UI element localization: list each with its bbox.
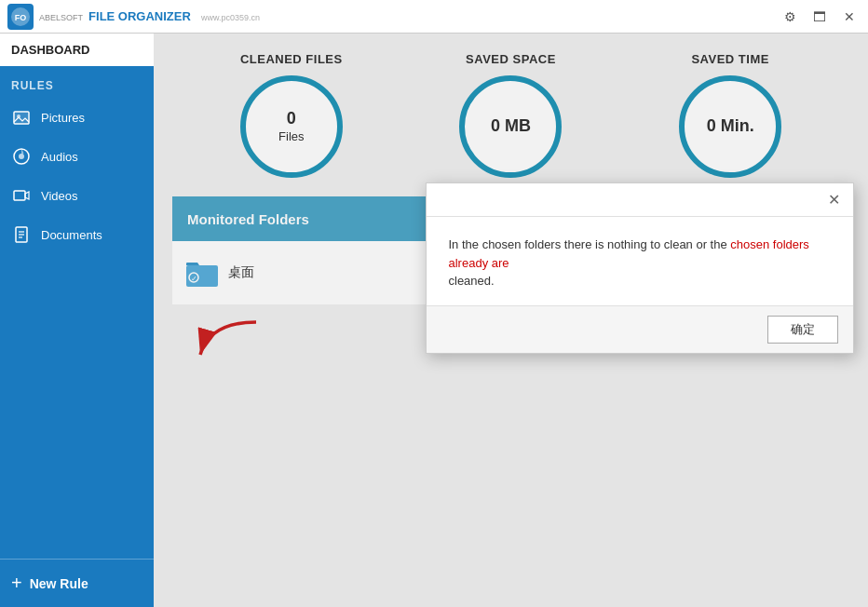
dialog-ok-button[interactable]: 确定	[767, 316, 838, 344]
sidebar-dashboard[interactable]: DASHBOARD	[0, 34, 154, 66]
title-bar-controls: ⚙ 🗖 ✕	[779, 6, 861, 28]
title-bar: FO ABELSOFT FILE ORGANIZER www.pc0359.cn…	[0, 0, 868, 34]
sidebar: DASHBOARD RULES Pictures A	[0, 34, 154, 607]
new-rule-button[interactable]: + New Rule	[0, 559, 154, 607]
dialog-message: In the chosen folders there is nothing t…	[449, 236, 831, 290]
svg-rect-3	[15, 113, 28, 123]
sidebar-rules-label: RULES	[0, 66, 154, 98]
new-rule-label: New Rule	[30, 576, 88, 591]
dialog-highlight: chosen folders already are	[449, 237, 809, 270]
main-layout: DASHBOARD RULES Pictures A	[0, 34, 868, 607]
documents-label: Documents	[41, 228, 102, 242]
sidebar-item-documents[interactable]: Documents	[0, 215, 154, 254]
content-area: CLEANED FILES 0 Files SAVED SPACE 0 MB S…	[154, 34, 868, 607]
sidebar-item-pictures[interactable]: Pictures	[0, 98, 154, 137]
dialog-overlay: ✕ In the chosen folders there is nothing…	[154, 34, 868, 607]
sidebar-item-videos[interactable]: Videos	[0, 176, 154, 215]
sidebar-item-audios[interactable]: Audios	[0, 137, 154, 176]
svg-point-6	[19, 154, 24, 159]
dialog-body: In the chosen folders there is nothing t…	[427, 217, 853, 305]
gear-button[interactable]: ⚙	[779, 6, 801, 28]
minimize-button[interactable]: 🗖	[808, 6, 831, 28]
app-title-text: ABELSOFT FILE ORGANIZER www.pc0359.cn	[39, 9, 260, 23]
svg-rect-7	[14, 191, 25, 200]
brand-name: ABELSOFT	[39, 13, 83, 22]
new-rule-plus-icon: +	[11, 573, 22, 594]
dialog-box: ✕ In the chosen folders there is nothing…	[426, 182, 854, 354]
pictures-label: Pictures	[41, 111, 85, 125]
dialog-close-button[interactable]: ✕	[822, 189, 846, 210]
close-button[interactable]: ✕	[838, 6, 861, 28]
documents-icon	[11, 224, 32, 245]
dialog-header: ✕	[427, 183, 853, 217]
svg-text:FO: FO	[15, 13, 27, 22]
app-name: FILE ORGANIZER	[88, 9, 191, 23]
audios-icon	[11, 146, 32, 167]
title-bar-left: FO ABELSOFT FILE ORGANIZER www.pc0359.cn	[7, 4, 260, 30]
videos-icon	[11, 185, 32, 206]
audios-label: Audios	[41, 150, 78, 164]
app-logo: FO	[7, 4, 34, 30]
videos-label: Videos	[41, 189, 78, 203]
watermark: www.pc0359.cn	[201, 13, 260, 22]
pictures-icon	[11, 107, 32, 128]
dialog-footer: 确定	[427, 305, 853, 353]
